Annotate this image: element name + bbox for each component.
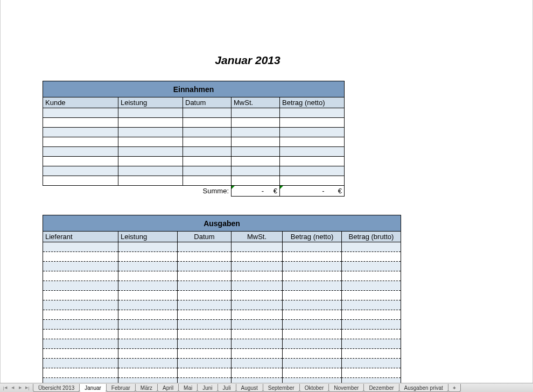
cell[interactable] xyxy=(342,281,401,291)
cell[interactable] xyxy=(43,300,118,310)
sheet-tab-ausgaben-privat[interactable]: Ausgaben privat xyxy=(399,384,448,392)
cell[interactable] xyxy=(118,128,183,137)
cell[interactable] xyxy=(43,108,118,118)
cell[interactable] xyxy=(232,359,283,368)
cell[interactable] xyxy=(178,262,232,271)
sheet-tab-juli[interactable]: Juli xyxy=(218,384,236,392)
cell[interactable] xyxy=(43,176,118,186)
cell[interactable] xyxy=(43,330,118,339)
sheet-tab-september[interactable]: September xyxy=(263,384,300,392)
ausgaben-row[interactable] xyxy=(43,300,401,310)
cell[interactable] xyxy=(232,262,283,271)
cell[interactable] xyxy=(232,339,283,349)
einnahmen-sum-mwst[interactable]: - € xyxy=(232,186,280,197)
cell[interactable] xyxy=(280,157,345,166)
cell[interactable] xyxy=(232,108,280,118)
cell[interactable] xyxy=(43,281,118,291)
cell[interactable] xyxy=(118,147,183,157)
einnahmen-row[interactable] xyxy=(43,108,345,118)
cell[interactable] xyxy=(183,176,232,186)
ausgaben-row[interactable] xyxy=(43,281,401,291)
cell[interactable] xyxy=(283,368,342,378)
einnahmen-row[interactable] xyxy=(43,147,345,157)
cell[interactable] xyxy=(232,368,283,378)
cell[interactable] xyxy=(118,118,183,128)
cell[interactable] xyxy=(280,147,345,157)
sheet-tab-übersicht-2013[interactable]: Übersicht 2013 xyxy=(33,384,80,392)
cell[interactable] xyxy=(178,349,232,359)
cell[interactable] xyxy=(342,262,401,271)
cell[interactable] xyxy=(280,118,345,128)
cell[interactable] xyxy=(43,359,118,368)
cell[interactable] xyxy=(178,252,232,262)
sheet-tab-november[interactable]: November xyxy=(328,384,364,392)
einnahmen-sum-netto[interactable]: - € xyxy=(280,186,345,197)
cell[interactable] xyxy=(183,128,232,137)
sheet-tab-mai[interactable]: Mai xyxy=(178,384,198,392)
cell[interactable] xyxy=(178,368,232,378)
cell[interactable] xyxy=(43,128,118,137)
add-sheet-button[interactable]: + xyxy=(448,384,461,392)
cell[interactable] xyxy=(232,252,283,262)
cell[interactable] xyxy=(342,320,401,330)
cell[interactable] xyxy=(43,137,118,147)
nav-first-icon[interactable]: |◀ xyxy=(1,384,9,391)
sheet-tab-märz[interactable]: März xyxy=(135,384,158,392)
cell[interactable] xyxy=(283,320,342,330)
cell[interactable] xyxy=(118,108,183,118)
sheet-tab-februar[interactable]: Februar xyxy=(106,384,136,392)
cell[interactable] xyxy=(118,330,178,339)
cell[interactable] xyxy=(43,118,118,128)
cell[interactable] xyxy=(118,262,178,271)
cell[interactable] xyxy=(183,118,232,128)
einnahmen-row[interactable] xyxy=(43,166,345,176)
nav-last-icon[interactable]: ▶| xyxy=(24,384,31,391)
cell[interactable] xyxy=(118,368,178,378)
cell[interactable] xyxy=(118,349,178,359)
ausgaben-row[interactable] xyxy=(43,242,401,252)
cell[interactable] xyxy=(342,359,401,368)
einnahmen-row[interactable] xyxy=(43,176,345,186)
cell[interactable] xyxy=(232,300,283,310)
cell[interactable] xyxy=(342,242,401,252)
sheet-tab-dezember[interactable]: Dezember xyxy=(363,384,399,392)
cell[interactable] xyxy=(118,320,178,330)
cell[interactable] xyxy=(183,137,232,147)
cell[interactable] xyxy=(178,320,232,330)
ausgaben-row[interactable] xyxy=(43,349,401,359)
nav-prev-icon[interactable]: ◀ xyxy=(9,384,16,391)
cell[interactable] xyxy=(43,310,118,320)
cell[interactable] xyxy=(232,166,280,176)
ausgaben-row[interactable] xyxy=(43,368,401,378)
nav-next-icon[interactable]: ▶ xyxy=(16,384,24,391)
cell[interactable] xyxy=(43,339,118,349)
cell[interactable] xyxy=(43,291,118,300)
cell[interactable] xyxy=(178,281,232,291)
cell[interactable] xyxy=(283,242,342,252)
cell[interactable] xyxy=(283,300,342,310)
cell[interactable] xyxy=(43,320,118,330)
cell[interactable] xyxy=(43,368,118,378)
cell[interactable] xyxy=(280,176,345,186)
sheet-tab-oktober[interactable]: Oktober xyxy=(299,384,329,392)
ausgaben-row[interactable] xyxy=(43,330,401,339)
cell[interactable] xyxy=(342,368,401,378)
cell[interactable] xyxy=(118,157,183,166)
einnahmen-row[interactable] xyxy=(43,137,345,147)
cell[interactable] xyxy=(43,157,118,166)
cell[interactable] xyxy=(342,300,401,310)
cell[interactable] xyxy=(232,128,280,137)
cell[interactable] xyxy=(178,242,232,252)
cell[interactable] xyxy=(118,359,178,368)
cell[interactable] xyxy=(283,252,342,262)
sheet-tab-april[interactable]: April xyxy=(157,384,179,392)
ausgaben-row[interactable] xyxy=(43,291,401,300)
cell[interactable] xyxy=(232,137,280,147)
cell[interactable] xyxy=(232,349,283,359)
cell[interactable] xyxy=(283,310,342,320)
ausgaben-row[interactable] xyxy=(43,320,401,330)
cell[interactable] xyxy=(183,147,232,157)
cell[interactable] xyxy=(232,147,280,157)
cell[interactable] xyxy=(283,281,342,291)
cell[interactable] xyxy=(342,339,401,349)
